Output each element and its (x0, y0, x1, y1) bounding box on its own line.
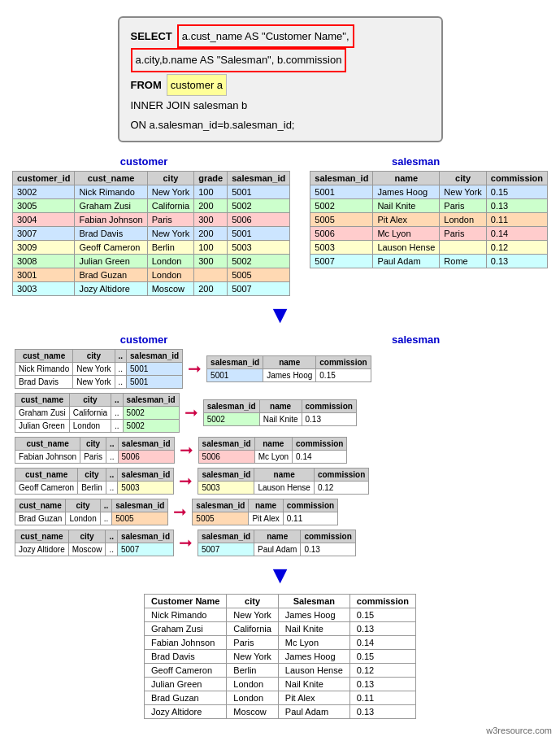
table-row: 5001James Hoog0.15 (207, 368, 371, 381)
table-row: Nick RimandoNew York..5001 (15, 362, 183, 375)
pair-right: salesman_idnamecommission5006Mc Lyon0.14 (198, 437, 348, 464)
join-arrow: ➞ (173, 502, 187, 521)
table-row: Fabian JohnsonParis..5006 (15, 450, 175, 463)
customer-label-top: customer (120, 155, 168, 168)
table-row: Jozy AltidoreMoscowPaul Adam0.13 (145, 704, 416, 718)
table-row: 5005Pit Alex0.11 (193, 512, 338, 525)
arrow-down-1: ▼ (8, 301, 552, 329)
table-row: Brad GuzanLondon..5005 (15, 512, 168, 525)
pair-right: salesman_idnamecommission5005Pit Alex0.1… (192, 499, 338, 525)
sql-on: ON a.salesman_id=b.salesman_id; (131, 116, 430, 134)
join-arrow: ➞ (180, 440, 193, 460)
col-customer-id: customer_id (13, 171, 75, 185)
table-row: Graham ZusiCaliforniaNail Knite0.13 (145, 621, 416, 635)
pair-left: cust_namecity..salesman_idJozy AltidoreM… (15, 530, 174, 556)
table-row: 3007Brad DavisNew York2005001 (13, 226, 290, 240)
join-arrow: ➞ (179, 533, 193, 552)
table-row: 5005Pit AlexLondon0.11 (310, 212, 548, 226)
table-row: Nick RimandoNew YorkJames Hoog0.15 (145, 608, 416, 621)
table-row: 3008Julian GreenLondon3005002 (13, 254, 290, 268)
col-grade: grade (194, 171, 228, 185)
col-cust-name: cust_name (75, 171, 147, 185)
table-row: 5001James HoogNew York0.15 (310, 185, 548, 198)
table-row: Jozy AltidoreMoscow..5007 (15, 543, 174, 556)
table-row: 5003Lauson Hense0.12 (198, 481, 369, 494)
pair-right: salesman_idnamecommission5003Lauson Hens… (198, 468, 369, 495)
join-arrow: ➞ (184, 403, 198, 422)
customer-table-top: customer_id cust_name city grade salesma… (12, 171, 290, 296)
join-pair: cust_namecity..salesman_idJozy AltidoreM… (15, 530, 545, 556)
table-row: 5002Nail KniteParis0.13 (310, 198, 548, 212)
pair-left: cust_namecity..salesman_idGraham ZusiCal… (15, 393, 180, 433)
salesman-label-mid: salesman (392, 333, 440, 346)
table-row: 3003Jozy AltidoreMoscow2005007 (13, 281, 290, 295)
sql-select-cols: a.cust_name AS "Customer Name", (177, 24, 354, 48)
table-row: 3001Brad GuzanLondon5005 (13, 268, 290, 281)
table-row: Geoff CameronBerlinLauson Hense0.12 (145, 663, 416, 677)
col-salesman-id: salesman_id (228, 171, 290, 185)
table-row: 3005Graham ZusiCalifornia2005002 (13, 198, 290, 212)
join-arrow: ➞ (179, 471, 193, 490)
sql-from-keyword: FROM (131, 76, 162, 94)
pair-right: salesman_idnamecommission5002Nail Knite0… (203, 399, 357, 426)
pair-left: cust_namecity..salesman_idGeoff CameronB… (15, 468, 174, 495)
table-row: Brad GuzanLondonPit Alex0.11 (145, 691, 416, 704)
table-row: 5006Mc Lyon0.14 (198, 450, 347, 463)
table-row: 5006Mc LyonParis0.14 (310, 226, 548, 240)
sql-from-table: customer a (167, 74, 227, 96)
table-row: Julian GreenLondonNail Knite0.13 (145, 677, 416, 691)
result-col-city: city (227, 594, 278, 608)
salesman-table-top: salesman_id name city commission 5001Jam… (310, 171, 548, 268)
join-pair: cust_namecity..salesman_idNick RimandoNe… (15, 349, 545, 389)
col-sal-commission: commission (486, 171, 547, 185)
table-row: Fabian JohnsonParisMc Lyon0.14 (145, 635, 416, 649)
table-row: 3004Fabian JohnsonParis3005006 (13, 212, 290, 226)
table-row: Brad DavisNew YorkJames Hoog0.15 (145, 649, 416, 663)
table-row: 5007Paul AdamRome0.13 (310, 254, 548, 268)
join-pair: cust_namecity..salesman_idBrad GuzanLond… (15, 499, 545, 525)
table-row: 5007Paul Adam0.13 (198, 543, 356, 556)
arrow-down-2: ▼ (8, 561, 552, 589)
pair-left: cust_namecity..salesman_idBrad GuzanLond… (15, 499, 168, 525)
customer-label-mid: customer (120, 333, 168, 346)
pair-left: cust_namecity..salesman_idFabian Johnson… (15, 437, 175, 464)
col-sal-id: salesman_id (310, 171, 373, 185)
table-row: 3009Geoff CameronBerlin1005003 (13, 240, 290, 254)
sql-join: INNER JOIN salesman b (131, 96, 430, 115)
join-pair: cust_namecity..salesman_idGraham ZusiCal… (15, 393, 545, 433)
result-col-salesman: Salesman (278, 594, 349, 608)
table-row: Julian GreenLondon..5002 (15, 419, 180, 432)
table-row: 3002Nick RimandoNew York1005001 (13, 185, 290, 198)
sql-line2: a.city,b.name AS "Salesman", b.commissio… (131, 48, 347, 72)
table-row: Graham ZusiCalifornia..5002 (15, 406, 180, 419)
join-arrow: ➞ (188, 359, 202, 378)
sql-box: SELECT a.cust_name AS "Customer Name", a… (118, 16, 443, 142)
result-section: Customer Name city Salesman commission N… (144, 594, 416, 719)
table-row: 5003Lauson Hense0.12 (310, 240, 548, 254)
watermark: w3resource.com (8, 726, 552, 735)
table-row: 5002Nail Knite0.13 (203, 412, 356, 425)
pair-right: salesman_idnamecommission5007Paul Adam0.… (198, 530, 356, 556)
table-row: Geoff CameronBerlin..5003 (15, 481, 174, 494)
table-row: Brad DavisNew York..5001 (15, 375, 183, 388)
result-col-commission: commission (349, 594, 415, 608)
join-pair: cust_namecity..salesman_idGeoff CameronB… (15, 468, 545, 495)
join-pairs: cust_namecity..salesman_idNick RimandoNe… (15, 349, 545, 556)
salesman-label-top: salesman (392, 155, 440, 168)
pair-left: cust_namecity..salesman_idNick RimandoNe… (15, 349, 183, 389)
col-city: city (147, 171, 193, 185)
sql-select-keyword: SELECT (131, 27, 172, 46)
pair-right: salesman_idnamecommission5001James Hoog0… (206, 355, 371, 382)
result-col-customer-name: Customer Name (145, 594, 227, 608)
col-sal-city: city (440, 171, 486, 185)
join-pair: cust_namecity..salesman_idFabian Johnson… (15, 437, 545, 464)
col-sal-name: name (373, 171, 440, 185)
